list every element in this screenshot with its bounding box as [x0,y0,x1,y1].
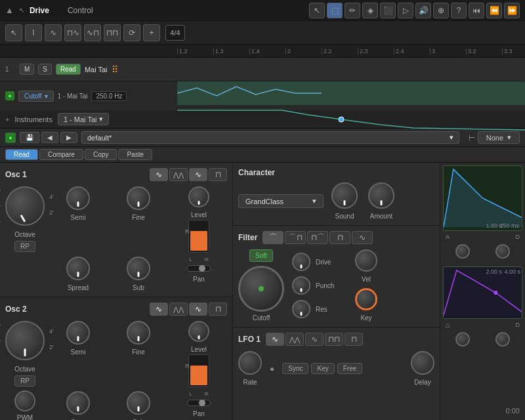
transport-draw[interactable]: ∿ [45,24,62,41]
env-attack-knob[interactable] [455,244,470,259]
forward[interactable]: ⏩ [504,3,520,18]
osc2-pan-slider[interactable] [187,400,211,406]
char-header: Character [238,168,434,177]
osc1-rp-btn[interactable]: RP [14,241,35,252]
filter-wave-hp[interactable]: ⊓⌒ [307,231,328,244]
osc1-level-knob[interactable] [188,186,209,207]
osc1-wave-sine[interactable]: ∿ [150,168,168,181]
char-amount-knob[interactable] [368,182,394,209]
cursor-icon: ↖ [19,7,24,14]
soft-btn[interactable]: Soft [249,249,273,262]
automation-param[interactable]: Cutoff ▾ [18,91,54,102]
help-tool[interactable]: ? [451,3,467,18]
draw-tool[interactable]: ✏ [345,3,360,18]
lfo-rate-knob[interactable] [238,351,262,375]
lfo-delay-knob[interactable] [411,351,434,375]
lfo-wave-sine[interactable]: ∿ [266,333,284,346]
plus-icon[interactable]: + [5,116,9,123]
osc2-pwm-knob[interactable] [14,390,35,411]
filter-wave-bp[interactable]: ⌒⊓ [285,231,306,244]
track-solo[interactable]: S [38,64,52,75]
char-preset-select[interactable]: GrandClass ▾ [238,194,324,208]
lfo-wave-saw[interactable]: ∿ [305,333,324,346]
skip-start[interactable]: ⏮ [469,3,484,18]
osc2-wave-sq[interactable]: ⊓ [209,303,227,316]
osc1-sub-knob[interactable] [127,257,150,280]
cursor-tool[interactable]: ↖ [309,3,325,18]
filter-drive-knob[interactable] [292,253,310,271]
synth-save[interactable]: 💾 [20,132,39,143]
transport-erase[interactable]: ⊓∿ [64,24,81,41]
filter-wave-pk[interactable]: ∿ [352,231,373,244]
osc2-sync-knob[interactable] [66,391,90,415]
lfo-free-btn[interactable]: Free [337,363,363,374]
filter-key-knob[interactable] [355,288,377,310]
transport-flat[interactable]: ⊓⊓ [104,24,121,41]
synth-next[interactable]: ▶ [60,132,77,143]
instrument-selector[interactable]: 1 - Mai Tai ▾ [58,113,110,125]
lfo-sync-btn[interactable]: Sync [282,363,308,374]
osc2-wave-saw[interactable]: ⋀⋀ [169,303,188,316]
compare-btn[interactable]: Compare [39,149,83,160]
osc2-wave-tri[interactable]: ∿ [189,303,207,316]
lfo-wave-tri[interactable]: ⋀⋀ [285,333,304,346]
lfo-wave-sq[interactable]: ⊓⊓ [325,333,343,346]
play-tool[interactable]: ▷ [398,3,413,18]
filter-wave-notch[interactable]: ⊓ [329,231,350,244]
synth-prev[interactable]: ◀ [41,132,58,143]
track-mute[interactable]: M [20,64,34,75]
osc1-fine-knob[interactable] [127,186,150,210]
osc1-wave-saw[interactable]: ⋀⋀ [169,168,188,181]
char-sound-knob[interactable] [331,182,358,209]
osc1-semi-knob[interactable] [66,186,90,210]
filter-punch-knob[interactable] [292,276,310,295]
env-attack2-knob[interactable] [455,332,470,346]
read-btn[interactable]: Read [5,149,38,160]
automation-power[interactable]: ● [5,91,14,100]
synth-power[interactable]: ● [5,133,16,143]
osc2-level-slider[interactable]: R [188,354,209,387]
osc2-fine-knob[interactable] [127,321,150,345]
osc1-level-slider[interactable]: R [188,220,209,253]
osc2-rp-btn[interactable]: RP [14,375,35,387]
transport-split[interactable]: ⌇ [25,24,42,41]
transport-loop[interactable]: ⟳ [123,24,140,41]
select-tool[interactable]: ⬚ [327,3,343,18]
transport-sharp[interactable]: ∿⊓ [84,24,101,41]
osc2-fine-item: Fine [110,321,167,387]
osc1-octave-knob[interactable] [5,186,45,226]
filter-vel-knob[interactable] [355,249,377,272]
osc2-semi-knob[interactable] [66,321,90,345]
char-sound-label: Sound [335,213,354,220]
lfo-key-btn[interactable]: Key [311,363,334,374]
volume-tool[interactable]: 🔊 [415,3,431,18]
osc2-octave-knob[interactable] [5,321,45,360]
lfo-wave-sh[interactable]: ⊓ [345,333,363,346]
transport-plus[interactable]: + [143,24,160,41]
filter-res-knob[interactable] [292,300,310,318]
osc1-spread-knob[interactable] [66,257,90,280]
env-decay2-knob[interactable] [495,332,510,346]
filter-title: Filter [238,233,257,242]
filter-wave-lp[interactable]: ⌒ [262,231,284,244]
osc2-header: Osc 2 ∿ ⋀⋀ ∿ ⊓ [5,303,227,316]
osc1-pan-slider[interactable] [187,265,211,272]
track-read[interactable]: Read [56,64,81,75]
mute-tool[interactable]: ⬛ [380,3,396,18]
cutoff-knob[interactable] [238,266,284,312]
transport-cursor[interactable]: ↖ [5,24,22,41]
copy-btn[interactable]: Copy [85,149,117,160]
osc1-wave-tri[interactable]: ∿ [189,168,207,181]
env-time-right2: 1.00 s [486,222,502,229]
env-decay-knob[interactable] [495,244,510,259]
rewind[interactable]: ⏪ [486,3,502,18]
osc2-level-knob[interactable] [188,321,209,342]
osc1-wave-sq[interactable]: ⊓ [209,168,227,181]
paste-btn[interactable]: Paste [118,149,152,160]
track-clip[interactable] [177,81,525,105]
osc2-wave-sine[interactable]: ∿ [150,303,168,316]
erase-tool[interactable]: ◈ [362,3,378,18]
osc2-sub-knob[interactable] [127,391,150,415]
mark-3: 3 [430,48,466,54]
zoom-tool[interactable]: ⊕ [433,3,449,18]
